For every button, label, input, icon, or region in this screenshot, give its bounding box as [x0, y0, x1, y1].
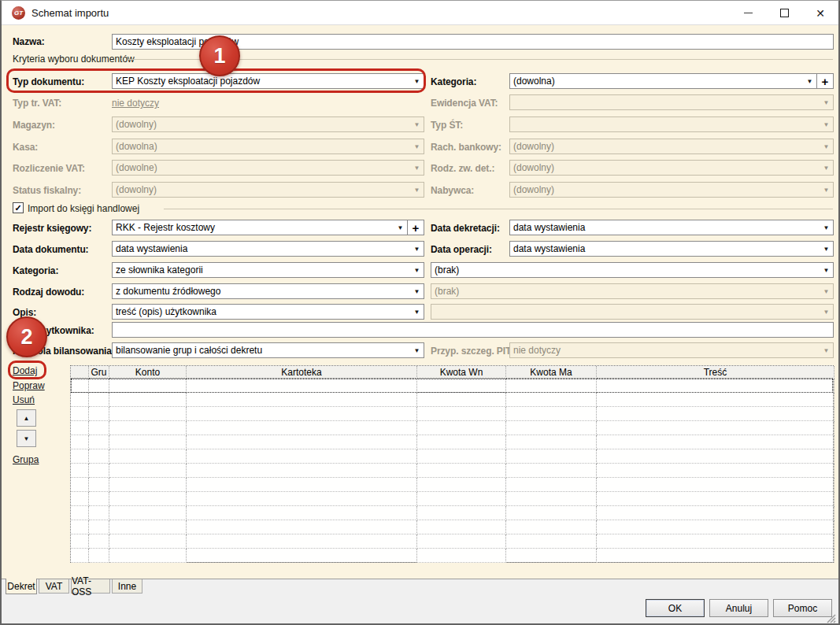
chevron-down-icon: ▼ — [410, 288, 424, 295]
rejestr-ksiegowy-label: Rejestr księgowy: — [13, 223, 91, 234]
table-cell — [506, 549, 597, 563]
resize-grip[interactable] — [825, 612, 836, 623]
table-cell — [506, 464, 597, 478]
table-row[interactable] — [71, 506, 833, 520]
tab-inne[interactable]: Inne — [112, 579, 142, 594]
table-cell — [506, 421, 597, 435]
pomoc-button[interactable]: Pomoc — [773, 599, 832, 617]
table-row[interactable] — [71, 464, 833, 478]
table-cell — [109, 464, 187, 478]
down-arrow-icon: ▼ — [24, 435, 30, 442]
table-row[interactable] — [71, 534, 833, 549]
step2-badge: 2 — [6, 316, 47, 357]
data-operacji-label: Data operacji: — [431, 244, 492, 255]
decree-table[interactable]: GruKontoKartotekaKwota WnKwota MaTreść — [70, 365, 834, 563]
kategoria-ksieg-combobox[interactable]: ze słownika kategorii ▼ — [112, 262, 424, 278]
kontrola-bilansowania-combobox[interactable]: bilansowanie grup i całości dekretu ▼ — [112, 342, 424, 358]
kategoria-brak-combobox[interactable]: (brak) ▼ — [431, 262, 834, 278]
table-cell — [109, 549, 187, 563]
maximize-button[interactable] — [766, 1, 802, 25]
table-header-konto[interactable]: Konto — [109, 366, 187, 379]
table-cell — [506, 520, 597, 534]
tab-vat[interactable]: VAT — [39, 579, 69, 594]
table-cell — [597, 478, 834, 492]
table-cell — [71, 534, 89, 549]
table-cell — [71, 379, 89, 393]
add-rejestr-button[interactable]: + — [407, 220, 424, 235]
tab-dekret[interactable]: Dekret — [6, 579, 37, 594]
table-header-selector[interactable] — [71, 366, 89, 379]
typ-tr-vat-link[interactable]: nie dotyczy — [112, 98, 159, 109]
typ-dokumentu-label: Typ dokumentu: — [13, 76, 84, 87]
table-cell — [187, 379, 417, 393]
table-cell — [71, 393, 89, 407]
table-cell — [506, 492, 597, 506]
grupa-link[interactable]: Grupa — [13, 454, 39, 465]
popraw-link[interactable]: Popraw — [13, 380, 45, 391]
import-ksiegi-checkbox[interactable]: ✓ — [13, 202, 24, 213]
maximize-icon — [780, 9, 789, 17]
table-header-kartoteka[interactable]: Kartoteka — [187, 366, 417, 379]
move-down-button[interactable]: ▼ — [17, 430, 36, 447]
dodaj-link[interactable]: Dodaj — [13, 365, 37, 376]
opis-uzytkownika-input[interactable] — [112, 322, 834, 338]
rodzaj-dowodu-combobox[interactable]: z dokumentu źródłowego ▼ — [112, 283, 424, 299]
table-row[interactable] — [71, 393, 833, 407]
table-cell — [89, 407, 109, 421]
table-cell — [89, 506, 109, 520]
minimize-button[interactable] — [730, 1, 766, 25]
table-cell — [187, 449, 417, 464]
chevron-down-icon: ▼ — [410, 165, 424, 172]
table-row[interactable] — [71, 478, 833, 492]
table-cell — [417, 506, 506, 520]
table-cell — [109, 492, 187, 506]
table-cell — [109, 506, 187, 520]
usun-link[interactable]: Usuń — [13, 394, 35, 405]
title-bar: GT Schemat importu ✕ — [2, 1, 838, 25]
nabywca-combobox: (dowolny) ▼ — [509, 182, 834, 198]
data-dokumentu-combobox[interactable]: data wystawienia ▼ — [112, 241, 424, 257]
table-header-kwota-wn[interactable]: Kwota Wn — [417, 366, 506, 379]
chevron-down-icon: ▼ — [820, 347, 833, 354]
table-cell — [506, 506, 597, 520]
table-header-gru[interactable]: Gru — [89, 366, 109, 379]
table-cell — [109, 393, 187, 407]
table-row[interactable] — [71, 379, 833, 393]
table-header-kwota-ma[interactable]: Kwota Ma — [506, 366, 597, 379]
table-cell — [109, 449, 187, 464]
table-cell — [187, 492, 417, 506]
table-row[interactable] — [71, 549, 833, 563]
przyp-szczeg-pit-label: Przyp. szczeg. PIT: — [431, 346, 513, 357]
table-row[interactable] — [71, 492, 833, 506]
up-arrow-icon: ▲ — [24, 415, 30, 422]
move-up-button[interactable]: ▲ — [17, 409, 36, 427]
typ-dokumentu-combobox[interactable]: KEP Koszty eksploatacji pojazdów ▼ — [112, 73, 424, 89]
close-button[interactable]: ✕ — [802, 1, 838, 25]
table-cell — [71, 478, 89, 492]
kategoria-dok-label: Kategoria: — [431, 76, 476, 87]
table-row[interactable] — [71, 407, 833, 421]
table-cell — [597, 379, 834, 393]
chevron-down-icon: ▼ — [820, 224, 833, 231]
data-dekretacji-combobox[interactable]: data wystawienia ▼ — [509, 220, 834, 235]
add-kategoria-button[interactable]: + — [816, 74, 833, 88]
table-row[interactable] — [71, 520, 833, 534]
table-cell — [89, 464, 109, 478]
table-row[interactable] — [71, 435, 833, 449]
table-row[interactable] — [71, 421, 833, 435]
table-cell — [417, 379, 506, 393]
data-operacji-combobox[interactable]: data wystawienia ▼ — [509, 241, 834, 257]
chevron-down-icon: ▼ — [820, 246, 833, 253]
chevron-down-icon: ▼ — [410, 347, 424, 354]
opis-combobox[interactable]: treść (opis) użytkownika ▼ — [112, 304, 424, 320]
table-cell — [417, 393, 506, 407]
tab-vat-oss[interactable]: VAT-OSS — [71, 579, 110, 594]
anuluj-button[interactable]: Anuluj — [709, 599, 768, 617]
kategoria-dok-combobox[interactable]: (dowolna) ▼ + — [509, 73, 834, 89]
rejestr-ksiegowy-combobox[interactable]: RKK - Rejestr kosztowy ▼ + — [112, 220, 424, 235]
chevron-down-icon: ▼ — [410, 78, 424, 85]
table-cell — [109, 421, 187, 435]
table-row[interactable] — [71, 449, 833, 464]
ok-button[interactable]: OK — [646, 599, 705, 617]
table-header-treść[interactable]: Treść — [597, 366, 834, 379]
